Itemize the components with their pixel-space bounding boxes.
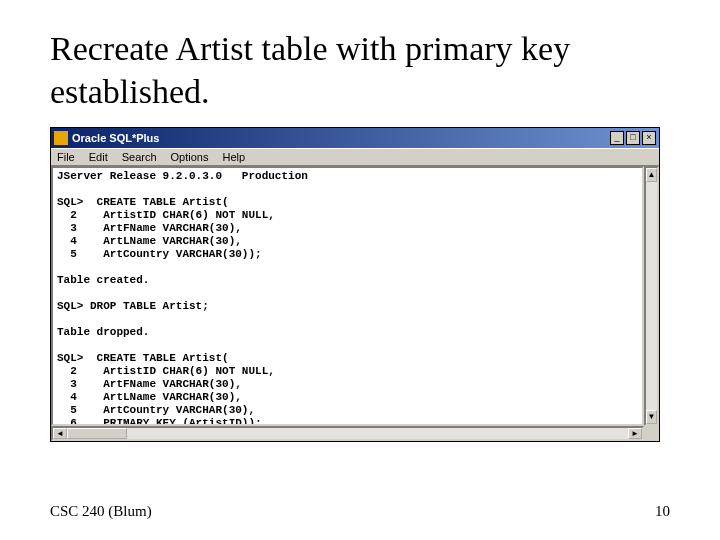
vertical-scrollbar[interactable]: ▲ ▼ bbox=[644, 166, 659, 426]
page-number: 10 bbox=[655, 503, 670, 520]
maximize-button[interactable]: □ bbox=[626, 131, 640, 145]
menu-options[interactable]: Options bbox=[171, 151, 209, 163]
resize-grip[interactable] bbox=[644, 426, 659, 441]
menubar: File Edit Search Options Help bbox=[51, 148, 659, 166]
app-icon bbox=[54, 131, 68, 145]
scroll-down-icon[interactable]: ▼ bbox=[646, 410, 657, 424]
menu-file[interactable]: File bbox=[57, 151, 75, 163]
sqlplus-window: Oracle SQL*Plus _ □ × File Edit Search O… bbox=[50, 127, 660, 442]
scroll-htrack[interactable] bbox=[127, 428, 628, 439]
scroll-track[interactable] bbox=[646, 182, 657, 410]
scroll-right-icon[interactable]: ► bbox=[628, 428, 642, 439]
titlebar: Oracle SQL*Plus _ □ × bbox=[51, 128, 659, 148]
window-title: Oracle SQL*Plus bbox=[72, 132, 610, 144]
scroll-left-icon[interactable]: ◄ bbox=[53, 428, 67, 439]
menu-edit[interactable]: Edit bbox=[89, 151, 108, 163]
menu-search[interactable]: Search bbox=[122, 151, 157, 163]
footer-left: CSC 240 (Blum) bbox=[50, 503, 152, 520]
close-button[interactable]: × bbox=[642, 131, 656, 145]
scroll-up-icon[interactable]: ▲ bbox=[646, 168, 657, 182]
minimize-button[interactable]: _ bbox=[610, 131, 624, 145]
console-output[interactable]: JServer Release 9.2.0.3.0 Production SQL… bbox=[51, 166, 644, 426]
horizontal-scrollbar[interactable]: ◄ ► bbox=[51, 426, 644, 441]
scroll-thumb[interactable] bbox=[67, 428, 127, 439]
slide-title: Recreate Artist table with primary key e… bbox=[50, 28, 670, 113]
window-buttons: _ □ × bbox=[610, 131, 656, 145]
menu-help[interactable]: Help bbox=[222, 151, 245, 163]
slide-footer: CSC 240 (Blum) 10 bbox=[50, 503, 670, 520]
